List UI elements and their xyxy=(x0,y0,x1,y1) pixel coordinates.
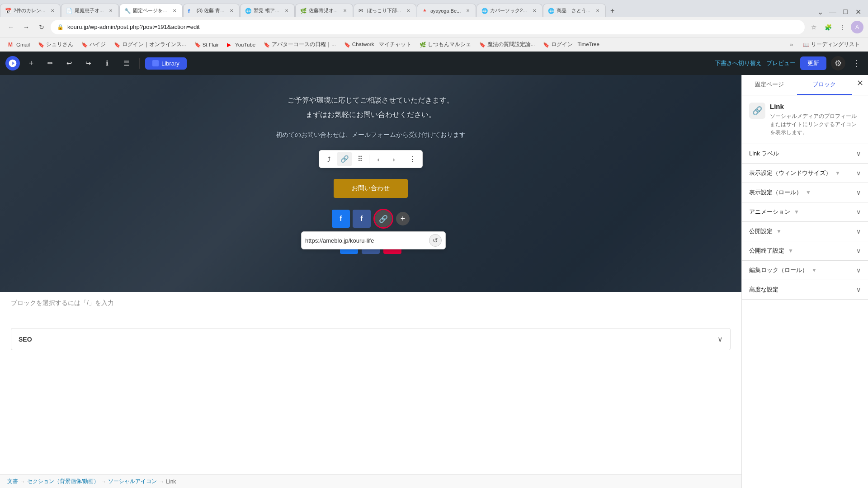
tab-cover-close[interactable]: ✕ xyxy=(531,8,538,14)
tab-facebook[interactable]: f (3) 佐藤 青... ✕ xyxy=(183,4,240,17)
facebook-icon-2[interactable]: f xyxy=(353,210,371,228)
sidebar-section-display-role-header[interactable]: 表示設定（ロール） ▼ ∨ xyxy=(742,183,868,202)
block-placeholder-text[interactable]: ブロックを選択するには「/」を入力 xyxy=(11,299,731,307)
block-more-button[interactable]: ⋮ xyxy=(405,152,420,166)
sidebar-section-edit-lock-header[interactable]: 編集ロック（ロール） ▼ ∨ xyxy=(742,261,868,280)
forward-button[interactable]: → xyxy=(20,21,33,33)
address-input[interactable]: 🔒 kouru.jp/wp-admin/post.php?post=191&ac… xyxy=(51,20,805,34)
breadcrumb-sep-1: → xyxy=(101,479,106,485)
tab-sato2-close[interactable]: ✕ xyxy=(594,8,601,14)
draft-button[interactable]: 下書きへ切り替え xyxy=(715,59,762,67)
bookmark-mahou[interactable]: 🔖 魔法の質問設定論... xyxy=(476,40,539,49)
list-view-button[interactable]: ☰ xyxy=(118,56,134,71)
bookmarks-more-button[interactable]: » xyxy=(786,40,797,49)
sidebar-section-display-window-header[interactable]: 表示設定（ウィンドウサイズ） ▼ ∨ xyxy=(742,164,868,183)
breadcrumb-item-0[interactable]: 文書 xyxy=(7,478,18,485)
bookmark-shitsumon[interactable]: 🌿 しつもんマルシェ xyxy=(416,40,475,49)
tab-maximize-icon[interactable]: □ xyxy=(840,6,851,17)
tab-oniwaniwa[interactable]: 📄 尾庭恵子オ... ✕ xyxy=(61,4,119,17)
sidebar-close-button[interactable]: ✕ xyxy=(852,75,868,91)
tab-facebook-close[interactable]: ✕ xyxy=(228,8,235,14)
block-link-button[interactable]: 🔗 xyxy=(337,152,352,166)
tab-wp-edit-label: 固定ページを... xyxy=(133,7,167,14)
tab-fixed-page[interactable]: 固定ページ xyxy=(742,75,797,95)
chrome-menu-icon[interactable]: ⋮ xyxy=(836,21,849,33)
sidebar-section-display-role: 表示設定（ロール） ▼ ∨ xyxy=(742,183,868,202)
tab-sato-close[interactable]: ✕ xyxy=(342,8,348,14)
wp-more-button[interactable]: ⋮ xyxy=(850,57,863,70)
bookmark-haiji[interactable]: 🔖 ハイジ xyxy=(78,40,109,49)
breadcrumb-item-1[interactable]: セクション（背景画像/動画） xyxy=(27,478,99,485)
bookmark-stflair[interactable]: 🔖 St Flair xyxy=(191,40,222,49)
bookmark-login-online[interactable]: 🔖 ログイン｜オンラインス... xyxy=(110,40,190,49)
wp-settings-button[interactable]: ⚙ xyxy=(831,56,845,70)
bookmark-avatar[interactable]: 🔖 アバターコースの日程｜... xyxy=(260,40,340,49)
link-url-input[interactable] xyxy=(305,234,426,247)
info-button[interactable]: ℹ xyxy=(99,56,115,71)
filter-icon-5: ▼ xyxy=(788,248,793,254)
content-scrollable[interactable]: ご予算や環境に応じてご相談させていただきます。 まずはお気軽にお問い合わせくださ… xyxy=(0,75,741,474)
bookmark-youtube[interactable]: ▶ YouTube xyxy=(223,40,259,49)
bookmark-gmail[interactable]: M Gmail xyxy=(5,40,33,49)
sidebar-section-advanced-header[interactable]: 高度な設定 ∨ xyxy=(742,280,868,299)
tab-bokkori-close[interactable]: ✕ xyxy=(405,8,411,14)
filter-icon-6: ▼ xyxy=(811,267,817,273)
new-tab-button[interactable]: + xyxy=(606,5,619,17)
tab-block[interactable]: ブロック xyxy=(797,75,852,95)
tab-washimi[interactable]: 🌐 鷲見 暢ア... ✕ xyxy=(240,4,294,17)
add-social-icon-button[interactable]: + xyxy=(396,212,410,225)
bookmark-star-icon[interactable]: ☆ xyxy=(807,21,820,33)
sidebar-section-publish-chevron: ∨ xyxy=(856,228,861,235)
block-share-button[interactable]: ⤴ xyxy=(322,152,336,166)
tab-wp-edit[interactable]: 🔧 固定ページを... ✕ xyxy=(119,4,182,17)
extensions-icon[interactable]: 🧩 xyxy=(822,21,835,33)
block-prev-button[interactable]: ‹ xyxy=(371,152,386,166)
wp-logo-button[interactable] xyxy=(5,56,20,70)
tab-ayayoga[interactable]: 🔺 ayayoga Be... ✕ xyxy=(417,4,476,17)
undo-button[interactable]: ↩ xyxy=(61,56,77,71)
tab-wp-edit-close[interactable]: ✕ xyxy=(171,8,178,14)
add-block-button[interactable]: + xyxy=(24,56,39,71)
sidebar-section-animation-header[interactable]: アニメーション ▼ ∨ xyxy=(742,202,868,221)
block-next-button[interactable]: › xyxy=(387,152,401,166)
link-reset-button[interactable]: ↺ xyxy=(429,234,442,247)
tab-calendar[interactable]: 📅 2件のカレン... ✕ xyxy=(0,4,61,17)
bookmark-chatwork[interactable]: 🔖 Chatwork - マイチャット xyxy=(340,40,415,49)
bookmark-chatwork-label: Chatwork - マイチャット xyxy=(352,41,411,48)
seo-section-header[interactable]: SEO ∨ xyxy=(11,328,730,350)
edit-button[interactable]: ✏ xyxy=(42,56,58,71)
profile-button[interactable]: A xyxy=(851,21,863,33)
tab-calendar-close[interactable]: ✕ xyxy=(49,8,56,14)
bookmark-shuri[interactable]: 🔖 シュリさん xyxy=(34,40,77,49)
tab-ayayoga-close[interactable]: ✕ xyxy=(465,8,471,14)
contact-button[interactable]: お問い合わせ xyxy=(334,179,408,198)
sidebar-section-display-role-title: 表示設定（ロール） ▼ xyxy=(749,188,811,197)
tab-cover-icon: 🌐 xyxy=(481,8,488,14)
tab-sato2[interactable]: 🌐 商品｜さとう... ✕ xyxy=(543,4,606,17)
reload-button[interactable]: ↻ xyxy=(35,21,48,33)
tab-search-icon[interactable]: ⌄ xyxy=(815,6,826,17)
update-button[interactable]: 更新 xyxy=(800,56,826,70)
bookmark-reading-list[interactable]: 📖 リーディングリスト xyxy=(799,40,863,49)
bookmark-timetree[interactable]: 🔖 ログイン - TimeTree xyxy=(539,40,603,49)
facebook-icon-1[interactable]: f xyxy=(332,210,350,228)
preview-button[interactable]: プレビュー xyxy=(766,59,796,67)
hero-section: ご予算や環境に応じてご相談させていただきます。 まずはお気軽にお問い合わせくださ… xyxy=(0,75,741,292)
tab-minimize-icon[interactable]: — xyxy=(827,6,838,17)
sidebar-section-publish-end-header[interactable]: 公開終了設定 ▼ ∨ xyxy=(742,241,868,260)
block-drag-button[interactable]: ⠿ xyxy=(353,152,367,166)
sidebar-section-link-label-header[interactable]: Link ラベル ∨ xyxy=(742,144,868,163)
link-icon-button[interactable]: 🔗 xyxy=(375,210,392,227)
sidebar-section-publish-header[interactable]: 公開設定 ▼ ∨ xyxy=(742,222,868,241)
tab-bokkori[interactable]: ✉ ぼっこり下部... ✕ xyxy=(354,4,416,17)
tab-oniwaniwa-close[interactable]: ✕ xyxy=(108,8,114,14)
tab-sato[interactable]: 🌿 佐藤青児オ... ✕ xyxy=(295,4,353,17)
back-button[interactable]: ← xyxy=(5,21,17,33)
tab-window-close-icon[interactable]: ✕ xyxy=(853,6,863,17)
tab-cover[interactable]: 🌐 カバーソック2... ✕ xyxy=(476,4,542,17)
tab-washimi-close[interactable]: ✕ xyxy=(283,8,290,14)
redo-button[interactable]: ↪ xyxy=(80,56,96,71)
library-button[interactable]: Library xyxy=(145,57,187,70)
block-type-icon: 🔗 xyxy=(749,103,765,119)
breadcrumb-item-2[interactable]: ソーシャルアイコン xyxy=(108,478,157,485)
